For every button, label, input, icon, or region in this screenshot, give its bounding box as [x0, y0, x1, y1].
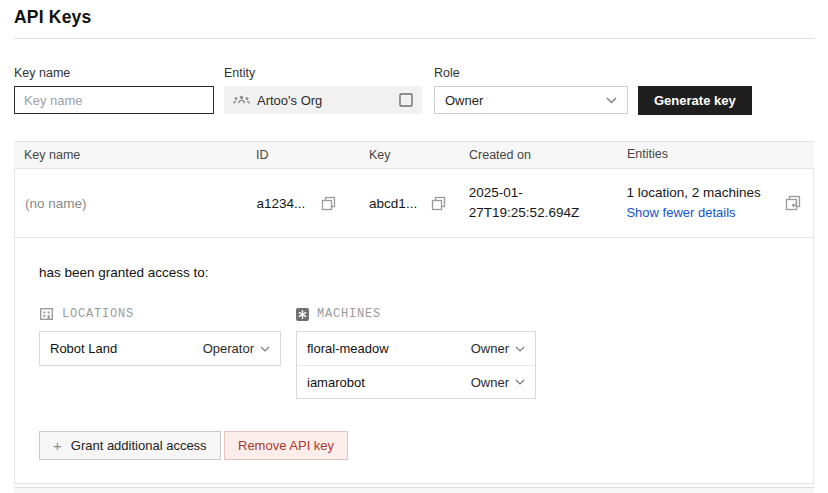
cell-key-name: (no name) [15, 196, 256, 211]
show-fewer-details-link[interactable]: Show fewer details [626, 204, 735, 222]
entity-value: Artoo's Org [257, 93, 392, 108]
table-header-row: Key name ID Key Created on Entities [14, 141, 814, 169]
chevron-down-icon [515, 346, 525, 352]
location-access-row: Robot Land Operator [40, 332, 280, 365]
organization-people-icon [233, 94, 250, 107]
copy-details-button[interactable] [785, 195, 801, 211]
api-keys-table: Key name ID Key Created on Entities (no … [14, 141, 814, 238]
locations-section-header: LOCATIONS [39, 307, 134, 321]
entity-label: Entity [224, 66, 255, 80]
chevron-down-icon [515, 379, 525, 385]
generate-key-button[interactable]: Generate key [638, 86, 752, 115]
location-role-select[interactable]: Operator [203, 341, 270, 356]
api-keys-page: API Keys Key name Entity Role Artoo's Or… [0, 0, 828, 493]
machine-access-row: floral-meadow Owner [297, 332, 535, 365]
machines-title: MACHINES [317, 307, 381, 321]
machine-role-value: Owner [471, 341, 509, 356]
machine-role-value: Owner [471, 375, 509, 390]
machines-section-header: MACHINES [296, 307, 381, 321]
location-role-value: Operator [203, 341, 254, 356]
machine-role-select[interactable]: Owner [471, 341, 525, 356]
table-row: (no name) a1234... abcd1... [14, 169, 814, 238]
role-label: Role [434, 66, 460, 80]
page-title: API Keys [14, 7, 91, 28]
header-id: ID [256, 148, 369, 162]
key-details-panel: has been granted access to: LOCATIONS [14, 238, 814, 484]
machines-access-list: floral-meadow Owner iamarobot Owner [296, 331, 536, 399]
cell-id-value: a1234... [256, 196, 305, 211]
locations-title: LOCATIONS [62, 307, 134, 321]
machine-name: floral-meadow [307, 341, 389, 356]
entity-field[interactable]: Artoo's Org [224, 86, 422, 114]
header-key: Key [369, 148, 469, 162]
cell-created-on: 2025-01-27T19:25:52.694Z [469, 183, 627, 222]
machine-icon [296, 308, 309, 321]
role-select[interactable]: Owner [434, 86, 628, 114]
key-name-input[interactable] [14, 86, 214, 114]
copy-icon [321, 196, 336, 211]
machine-name: iamarobot [307, 375, 365, 390]
copy-key-button[interactable] [431, 196, 446, 211]
key-name-label: Key name [14, 66, 70, 80]
grant-additional-access-label: Grant additional access [71, 438, 207, 453]
building-icon [39, 307, 54, 321]
remove-api-key-button[interactable]: Remove API key [224, 431, 348, 460]
plus-icon: + [53, 438, 62, 453]
chevron-down-icon [606, 97, 617, 104]
square-outline-icon [399, 93, 413, 107]
machine-access-row: iamarobot Owner [297, 365, 535, 398]
copy-arrow-icon [785, 195, 801, 211]
header-created-on: Created on [469, 146, 627, 164]
header-entities: Entities [627, 146, 774, 164]
copy-icon [431, 196, 446, 211]
location-name: Robot Land [50, 341, 117, 356]
role-selected-value: Owner [445, 93, 483, 108]
copy-id-button[interactable] [321, 196, 336, 211]
cell-entities-summary: 1 location, 2 machines [626, 184, 773, 203]
next-table-header [14, 487, 814, 493]
locations-access-list: Robot Land Operator [39, 331, 281, 366]
header-key-name: Key name [14, 148, 256, 162]
title-divider [14, 38, 814, 39]
machine-role-select[interactable]: Owner [471, 375, 525, 390]
grant-additional-access-button[interactable]: + Grant additional access [39, 431, 221, 460]
chevron-down-icon [260, 346, 270, 352]
granted-access-text: has been granted access to: [39, 265, 209, 280]
cell-key-value: abcd1... [369, 196, 417, 211]
